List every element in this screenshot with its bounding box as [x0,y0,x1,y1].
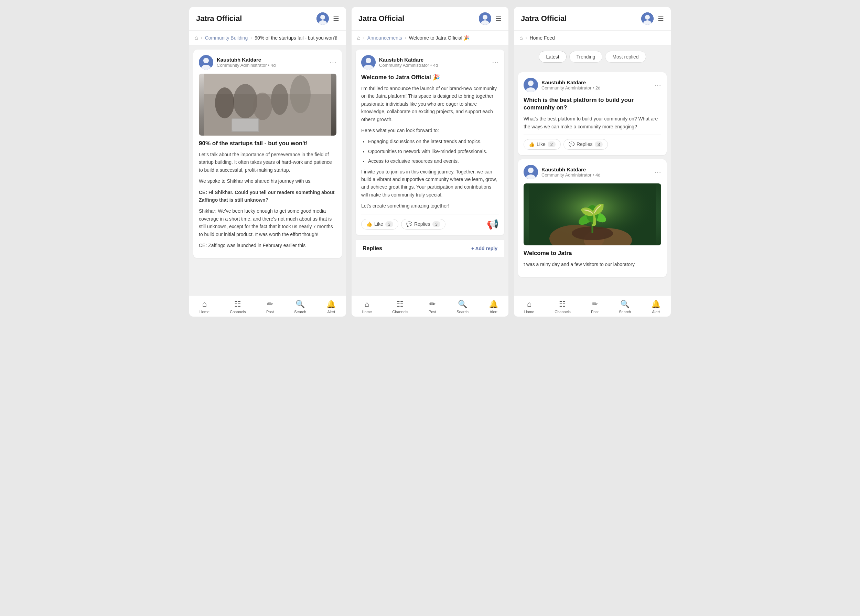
post-nav-icon: ✏ [267,300,273,309]
post3b-more-btn[interactable]: ⋯ [654,168,661,176]
breadcrumb-post-title[interactable]: 90% of the startups fail - but you won't… [254,35,337,41]
svg-rect-14 [232,119,258,131]
post3a-author-meta: Community Administrator • 2d [541,85,600,91]
nav2-alert[interactable]: 🔔 Alert [485,299,502,315]
post1-author-name: Kaustubh Katdare [217,57,276,63]
screen3-header-right: ☰ [641,13,664,25]
breadcrumb-arrow-3: › [363,35,365,40]
menu-icon-2[interactable]: ☰ [495,14,502,23]
breadcrumb-arrow-5: › [526,35,527,40]
post1-image [199,74,336,135]
post1-author: Kaustubh Katdare Community Administrator… [199,55,276,69]
post2-list: Engaging discussions on the latest trend… [361,138,499,165]
post3a-like-btn[interactable]: 👍 Like 2 [524,139,561,150]
nav1-alert[interactable]: 🔔 Alert [322,299,340,315]
post3a-avatar [524,78,538,92]
screen3-header: Jatra Official ☰ [514,7,671,31]
nav3-alert-label: Alert [652,310,660,314]
tab-latest[interactable]: Latest [539,51,566,63]
breadcrumb-arrow-2: › [250,35,252,40]
post3b-text: t was a rainy day and a few visitors to … [524,261,661,268]
post1-para1: Let's talk about the importance of perse… [199,151,336,174]
nav3-alert[interactable]: 🔔 Alert [647,299,665,315]
nav3-post[interactable]: ✏ Post [587,299,603,315]
home-icon-2[interactable]: ⌂ [357,35,361,41]
svg-point-19 [366,58,371,63]
screen1-content: Kaustubh Katdare Community Administrator… [189,46,346,295]
post2-body: I'm thrilled to announce the launch of o… [361,85,499,210]
nav1-post[interactable]: ✏ Post [262,299,278,315]
post3b-author-meta: Community Administrator • 4d [541,173,600,178]
breadcrumb-community[interactable]: Community Building [205,35,248,41]
breadcrumb-welcome[interactable]: Welcome to Jatra Official 🎉 [409,35,469,41]
breadcrumb-homefeed[interactable]: Home Feed [530,35,555,41]
svg-point-8 [290,75,311,113]
search-nav-icon-2: 🔍 [458,300,467,309]
avatar[interactable] [317,13,329,25]
post3a-reply-btn[interactable]: 💬 Replies 3 [563,139,608,150]
nav1-channels[interactable]: ☷ Channels [226,299,250,315]
screen3-title: Jatra Official [521,14,567,23]
post2-more-btn[interactable]: ⋯ [492,58,499,66]
alert-nav-icon: 🔔 [326,300,336,309]
like-icon-2: 👍 [366,221,372,227]
like-icon-3a: 👍 [529,141,535,147]
post3a-more-btn[interactable]: ⋯ [654,81,661,89]
post2-list-item-3: Access to exclusive resources and events… [368,157,499,165]
post2-list-header: Here's what you can look forward to: [361,127,499,134]
nav1-home[interactable]: ⌂ Home [195,299,213,315]
post2-like-btn[interactable]: 👍 Like 3 [361,219,399,229]
post-card-2: Kaustubh Katdare Community Administrator… [356,50,504,236]
screen1-bottom-nav: ⌂ Home ☷ Channels ✏ Post 🔍 Search 🔔 Aler… [189,295,346,317]
svg-point-12 [253,93,272,120]
nav2-post-label: Post [428,310,436,314]
nav2-home[interactable]: ⌂ Home [358,299,376,315]
svg-point-38 [586,205,599,222]
screen3-breadcrumb: ⌂ › Home Feed [514,31,671,46]
post2-author-name: Kaustubh Katdare [379,57,438,63]
screen2-title: Jatra Official [358,14,404,23]
post3a-author-name: Kaustubh Katdare [541,80,600,85]
add-reply-btn[interactable]: + Add reply [471,246,497,251]
nav3-home[interactable]: ⌂ Home [520,299,538,315]
post2-like-count: 3 [385,221,393,227]
svg-point-36 [577,212,594,227]
post3a-title: Which is the best platform to build your… [524,96,661,112]
post2-closing: Let's create something amazing together! [361,202,499,210]
tab-most-replied[interactable]: Most replied [605,51,646,63]
nav1-search[interactable]: 🔍 Search [290,299,310,315]
nav2-post[interactable]: ✏ Post [424,299,440,315]
channels-nav-icon-2: ☷ [397,300,403,309]
svg-point-28 [528,168,534,173]
nav3-channels[interactable]: ☷ Channels [551,299,574,315]
screen3-bottom-nav: ⌂ Home ☷ Channels ✏ Post 🔍 Search 🔔 Aler… [514,295,671,317]
post2-list-item-1: Engaging discussions on the latest trend… [368,138,499,145]
nav2-home-label: Home [362,310,372,314]
post1-author-meta: Community Administrator • 4d [217,63,276,68]
menu-icon-3[interactable]: ☰ [658,14,664,23]
post-nav-icon-3: ✏ [592,300,598,309]
menu-icon[interactable]: ☰ [333,14,339,23]
post2-author: Kaustubh Katdare Community Administrator… [361,55,438,69]
post3b-body: t was a rainy day and a few visitors to … [524,261,661,268]
tab-trending[interactable]: Trending [569,51,603,63]
nav2-channels[interactable]: ☷ Channels [388,299,412,315]
like-label-2: Like [374,221,383,227]
home-icon-3[interactable]: ⌂ [519,35,523,41]
avatar3[interactable] [641,13,654,25]
screen-2: Jatra Official ☰ ⌂ › Announcements › Wel… [352,7,508,317]
avatar2[interactable] [479,13,491,25]
screen1-header: Jatra Official ☰ [189,7,346,31]
nav3-home-label: Home [524,310,534,314]
screen-3: Jatra Official ☰ ⌂ › Home Feed Latest Tr… [514,7,671,317]
post1-trailing: CE: Zaffingo was launched in February ea… [199,242,336,249]
post3b-header: Kaustubh Katdare Community Administrator… [524,165,661,179]
post1-more-btn[interactable]: ⋯ [330,58,336,66]
screen2-header-right: ☰ [479,13,502,25]
nav3-search[interactable]: 🔍 Search [615,299,635,315]
post2-reply-btn[interactable]: 💬 Replies 3 [401,219,446,229]
home-icon[interactable]: ⌂ [195,35,198,41]
nav2-search[interactable]: 🔍 Search [452,299,472,315]
reply-label-3a: Replies [576,141,593,147]
breadcrumb-announcements[interactable]: Announcements [367,35,402,41]
